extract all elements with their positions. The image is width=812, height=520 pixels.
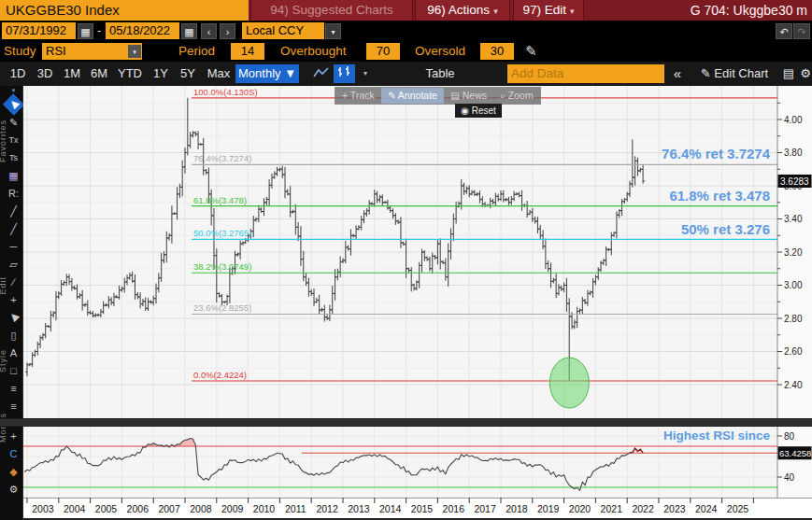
chart-settings-icon[interactable]: ▤ bbox=[781, 63, 796, 83]
year-label: 2008 bbox=[190, 503, 212, 514]
chart-application-window: UKGGBE30 Index 94) Suggested Charts96) A… bbox=[0, 0, 812, 520]
year-label: 2014 bbox=[379, 503, 402, 514]
news-item[interactable]: ▤ News bbox=[444, 88, 493, 104]
year-label: 2003 bbox=[32, 503, 54, 514]
gear-icon[interactable]: ⚙ bbox=[798, 63, 812, 83]
study-select[interactable]: RSI bbox=[42, 43, 142, 60]
font-tool-icon[interactable]: A bbox=[6, 345, 21, 360]
range-3d-button[interactable]: 3D bbox=[33, 63, 57, 83]
zoom-item[interactable]: ⌕ Zoom bbox=[493, 88, 540, 104]
price-axis-label: 3.00 bbox=[784, 280, 803, 290]
grid-tool-icon[interactable]: ▦ bbox=[6, 168, 21, 183]
sidebar-section-favorites: Favorites bbox=[0, 119, 7, 162]
currency-select[interactable]: Local CCY bbox=[242, 22, 324, 39]
period-field[interactable]: 14 bbox=[231, 43, 264, 60]
range-max-button[interactable]: Max bbox=[203, 63, 235, 83]
date-range-bar: 07/31/1992 ▦ - 05/18/2022 ▦ ‹ › Local CC… bbox=[0, 21, 812, 41]
annotate-item[interactable]: ✎ Annotate bbox=[381, 88, 444, 104]
add-tool-icon[interactable]: + bbox=[6, 429, 21, 443]
redo-icon[interactable]: ↷ bbox=[793, 23, 810, 39]
study-settings-bar: Study RSI ▾ Period 14 Overbought 70 Over… bbox=[0, 41, 812, 62]
range-1m-button[interactable]: 1M bbox=[60, 63, 84, 83]
draw-tool-icon[interactable]: ∕ bbox=[6, 274, 21, 289]
more-lines-tool-icon[interactable]: ≡ bbox=[6, 399, 21, 414]
actions-button[interactable]: 96) Actions▾ bbox=[415, 0, 510, 21]
edit-study-pencil-icon[interactable]: ✎ bbox=[525, 43, 537, 60]
cursor-tool-icon[interactable]: ▶ bbox=[3, 93, 24, 115]
reset-zoom-button[interactable]: ◉ Reset bbox=[455, 104, 502, 118]
palette-tool-icon[interactable]: ◆ bbox=[6, 464, 21, 479]
fib-label: 50.0%(3.2765) bbox=[193, 228, 251, 238]
end-date-field[interactable]: 05/18/2022 bbox=[106, 22, 179, 39]
year-label: 2013 bbox=[348, 503, 370, 514]
security-title[interactable]: UKGGBE30 Index bbox=[0, 0, 249, 21]
start-date-field[interactable]: 07/31/1992 bbox=[2, 22, 76, 39]
date-dash: - bbox=[97, 22, 101, 39]
edit-button[interactable]: 97) Edit▾ bbox=[513, 0, 584, 21]
function-mnemonic: G 704: Ukggbe30 m bbox=[691, 0, 807, 21]
rsi-chart-canvas[interactable]: Highest RSI since804063.4258 bbox=[23, 427, 812, 498]
bar-chart-type-icon[interactable] bbox=[334, 64, 355, 83]
text-x-tool-icon[interactable]: Tx bbox=[6, 133, 21, 148]
prev-period-button[interactable]: ‹ bbox=[201, 23, 217, 39]
year-label: 2009 bbox=[221, 503, 244, 514]
parallelogram-tool-icon[interactable]: ▱ bbox=[6, 257, 21, 272]
retracement-text-annotation: 61.8% ret 3.478 bbox=[669, 188, 770, 204]
line-chart-type-icon[interactable] bbox=[310, 64, 332, 83]
move-tool-icon[interactable]: + bbox=[6, 292, 21, 307]
range-6m-button[interactable]: 6M bbox=[87, 63, 111, 83]
last-price-label: 3.6283 bbox=[780, 176, 809, 187]
text-s-tool-icon[interactable]: Ts bbox=[6, 150, 21, 165]
rsi-last-value-label: 63.4258 bbox=[779, 448, 811, 458]
delete-tool-icon[interactable]: ▯ bbox=[6, 328, 21, 343]
dropdown-arrow-icon: ▾ bbox=[570, 7, 575, 16]
panel-divider-handle[interactable] bbox=[0, 418, 812, 427]
c-mode-tool-icon[interactable]: C bbox=[6, 446, 21, 461]
study-dropdown-icon[interactable]: ▾ bbox=[128, 45, 141, 58]
time-axis-canvas: 2003200420052006200720082009201020112012… bbox=[23, 498, 812, 518]
undo-icon[interactable]: ↶ bbox=[776, 23, 792, 39]
edit-chart-button[interactable]: ✎ Edit Chart bbox=[691, 63, 777, 83]
ray-tool-icon[interactable]: ╱ bbox=[6, 221, 21, 236]
trendline-tool-icon[interactable]: ╱ bbox=[6, 204, 21, 218]
range-1y-button[interactable]: 1Y bbox=[149, 63, 173, 83]
circle-annotation bbox=[549, 358, 589, 408]
add-data-input[interactable]: Add Data bbox=[507, 64, 664, 83]
price-axis-label: 2.80 bbox=[784, 314, 803, 324]
range-5y-button[interactable]: 5Y bbox=[176, 63, 200, 83]
year-label: 2007 bbox=[158, 503, 180, 514]
price-chart-canvas[interactable]: 100.0%(4.130S)76.4%(3.7274)61.8%(3.478)5… bbox=[23, 86, 812, 418]
settings-tool-icon[interactable]: ⚙ bbox=[6, 482, 21, 497]
currency-dropdown-icon[interactable]: ▾ bbox=[325, 23, 341, 39]
overbought-field[interactable]: 70 bbox=[366, 43, 400, 60]
end-date-calendar-icon[interactable]: ▦ bbox=[181, 23, 197, 39]
overbought-label: Overbought bbox=[280, 43, 347, 60]
fib-label: 38.2%(3.0749) bbox=[193, 261, 251, 272]
suggested-charts-button[interactable]: 94) Suggested Charts bbox=[250, 0, 413, 21]
year-label: 2020 bbox=[569, 503, 591, 514]
hline-tool-icon[interactable]: ─ bbox=[6, 239, 21, 254]
rsi-axis-label: 80 bbox=[784, 431, 795, 442]
price-chart-panel[interactable]: 100.0%(4.130S)76.4%(3.7274)61.8%(3.478)5… bbox=[23, 86, 812, 418]
rsi-study-panel[interactable]: Highest RSI since804063.4258 bbox=[23, 427, 812, 498]
frequency-select[interactable]: Monthly ▼ bbox=[235, 64, 299, 83]
table-button[interactable]: Table bbox=[419, 63, 462, 83]
track-item[interactable]: + Track bbox=[335, 88, 381, 104]
time-axis: 2003200420052006200720082009201020112012… bbox=[23, 498, 812, 520]
rect-tool-icon[interactable]: □ bbox=[6, 363, 21, 378]
range-1d-button[interactable]: 1D bbox=[6, 63, 30, 83]
price-axis-label: 3.80 bbox=[784, 148, 803, 158]
chart-type-dropdown-icon[interactable]: ▾ bbox=[359, 64, 372, 83]
lines-tool-icon[interactable]: ≡ bbox=[6, 381, 21, 396]
pencil-tool-icon[interactable]: ✎ bbox=[6, 115, 21, 130]
start-date-calendar-icon[interactable]: ▦ bbox=[78, 23, 93, 39]
year-label: 2012 bbox=[316, 503, 338, 514]
collapse-panel-icon[interactable]: « bbox=[669, 63, 686, 83]
range-ytd-button[interactable]: YTD bbox=[114, 63, 146, 83]
r-label-tool-icon[interactable]: R: bbox=[6, 186, 21, 201]
next-period-button[interactable]: › bbox=[220, 23, 235, 39]
oversold-field[interactable]: 30 bbox=[480, 43, 514, 60]
select-tool-icon[interactable]: ▶ bbox=[3, 306, 24, 328]
retracement-text-annotation: 76.4% ret 3.7274 bbox=[662, 146, 771, 162]
year-label: 2015 bbox=[411, 503, 434, 514]
